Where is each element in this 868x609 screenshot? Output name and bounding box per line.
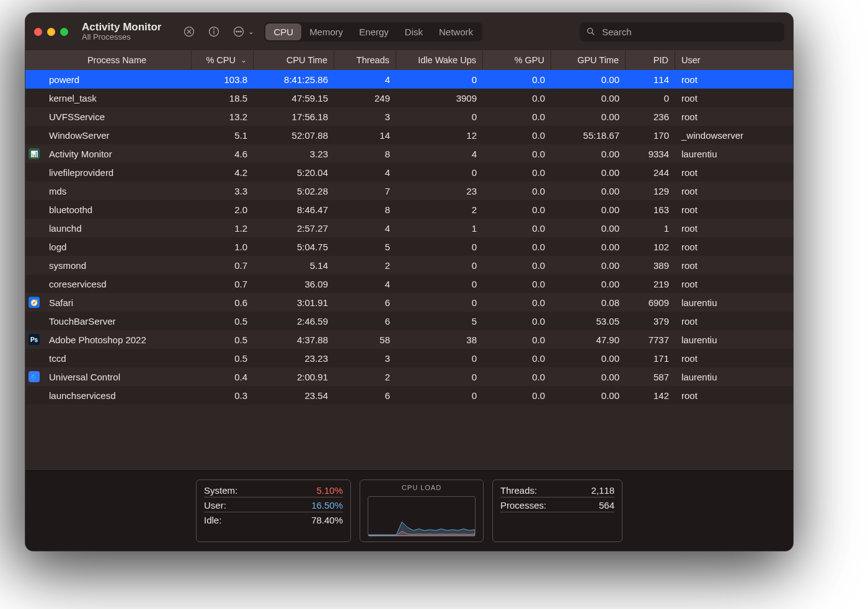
table-row[interactable]: TouchBarServer0.52:46.59650.053.05379roo… [25, 312, 793, 330]
info-button[interactable] [205, 22, 223, 41]
table-row[interactable]: 📊Activity Monitor4.63.23840.00.009334lau… [25, 144, 793, 163]
tab-energy[interactable]: Energy [351, 24, 397, 40]
cell-name: logd [43, 242, 192, 252]
table-row[interactable]: WindowServer5.152:07.8814120.055:18.6717… [25, 126, 793, 144]
cell-gputime: 0.00 [551, 74, 626, 85]
col-header-pid[interactable]: PID [626, 50, 675, 70]
col-header-user[interactable]: User [675, 50, 793, 70]
search-input[interactable] [601, 26, 778, 38]
stop-process-button[interactable] [180, 22, 198, 41]
col-header-threads[interactable]: Threads [334, 50, 396, 70]
cell-wake: 38 [396, 335, 483, 345]
idle-label: Idle: [204, 515, 221, 525]
window-subtitle: All Processes [82, 33, 161, 42]
table-row[interactable]: 🔷Universal Control0.42:00.91200.00.00587… [25, 367, 793, 386]
cell-name: Universal Control [43, 372, 192, 382]
cell-cputime: 3:01.91 [254, 297, 334, 308]
cell-cpu: 13.2 [192, 112, 254, 122]
cell-user: laurentiu [675, 297, 793, 308]
cell-name: livefileproviderd [43, 167, 192, 178]
counts-panel: Threads: 2,118 Processes: 564 .. [492, 480, 622, 542]
app-icon: 🧭 [29, 297, 40, 308]
cell-pid: 389 [626, 260, 675, 271]
cell-threads: 8 [334, 149, 396, 159]
cell-cputime: 23.54 [254, 390, 334, 401]
cell-cpu: 2.0 [192, 204, 254, 215]
cell-cpu: 3.3 [192, 186, 254, 196]
cell-pid: 171 [626, 353, 675, 364]
processes-value: 564 [599, 500, 614, 510]
app-icon-cell: 🔷 [25, 371, 43, 382]
col-header-name[interactable]: Process Name [43, 50, 192, 70]
table-row[interactable]: bluetoothd2.08:46.47820.00.00163root [25, 200, 793, 219]
cell-cpu: 0.5 [192, 335, 254, 345]
cell-cputime: 2:57.27 [254, 223, 334, 234]
table-row[interactable]: livefileproviderd4.25:20.04400.00.00244r… [25, 163, 793, 182]
col-header-wake[interactable]: Idle Wake Ups [396, 50, 483, 70]
cell-gpu: 0.0 [483, 297, 551, 308]
cell-threads: 8 [334, 204, 396, 215]
cell-name: launchd [43, 223, 192, 234]
cell-gputime: 0.00 [551, 112, 626, 122]
table-row[interactable]: powerd103.88:41:25.86400.00.00114root [25, 70, 793, 89]
tab-disk[interactable]: Disk [397, 24, 431, 40]
system-value: 5.10% [316, 485, 343, 496]
cell-threads: 2 [334, 372, 396, 382]
table-row[interactable]: sysmond0.75.14200.00.00389root [25, 256, 793, 274]
more-options-button[interactable] [229, 22, 248, 41]
col-header-cpu[interactable]: % CPU⌄ [192, 50, 254, 70]
cell-gputime: 0.00 [551, 242, 626, 252]
table-row[interactable]: coreservicesd0.736.09400.00.00219root [25, 274, 793, 293]
cell-pid: 163 [626, 204, 675, 215]
cell-gputime: 0.00 [551, 167, 626, 178]
cell-pid: 244 [626, 167, 675, 178]
col-header-gpu[interactable]: % GPU [483, 50, 551, 70]
cell-wake: 5 [396, 316, 483, 326]
activity-monitor-window: Activity Monitor All Processes ⌄ CPUMemo… [25, 12, 794, 551]
cell-wake: 3909 [396, 93, 483, 103]
table-row[interactable]: kernel_task18.547:59.1524939090.00.000ro… [25, 89, 793, 107]
close-button[interactable] [34, 28, 42, 36]
cell-gpu: 0.0 [483, 130, 551, 141]
table-row[interactable]: tccd0.523.23300.00.00171root [25, 349, 793, 367]
cell-gpu: 0.0 [483, 149, 551, 159]
table-row[interactable]: launchd1.22:57.27410.00.001root [25, 219, 793, 237]
cell-user: laurentiu [675, 372, 793, 382]
col-header-gputime[interactable]: GPU Time [551, 50, 626, 70]
zoom-button[interactable] [60, 28, 68, 36]
col-header-cputime[interactable]: CPU Time [254, 50, 334, 70]
cell-cputime: 36.09 [254, 279, 334, 289]
cell-gputime: 0.08 [551, 297, 626, 308]
tab-cpu[interactable]: CPU [265, 24, 301, 40]
cell-user: root [675, 93, 793, 103]
table-row[interactable]: PsAdobe Photoshop 20220.54:37.8858380.04… [25, 330, 793, 349]
minimize-button[interactable] [47, 28, 55, 36]
cell-name: Safari [43, 297, 192, 308]
cell-cpu: 103.8 [192, 74, 254, 85]
table-row[interactable]: 🧭Safari0.63:01.91600.00.086909laurentiu [25, 293, 793, 312]
cell-threads: 4 [334, 279, 396, 289]
svg-point-8 [239, 31, 240, 32]
cell-gputime: 55:18.67 [551, 130, 626, 141]
table-row[interactable]: mds3.35:02.287230.00.00129root [25, 182, 793, 200]
cell-wake: 4 [396, 149, 483, 159]
app-icon-cell: Ps [25, 334, 43, 345]
table-row[interactable]: UVFSService13.217:56.18300.00.00236root [25, 107, 793, 126]
cell-user: root [675, 316, 793, 326]
tab-network[interactable]: Network [431, 24, 481, 40]
cell-gputime: 0.00 [551, 149, 626, 159]
user-label: User: [204, 500, 226, 510]
chevron-down-icon[interactable]: ⌄ [248, 27, 254, 36]
cell-threads: 249 [334, 93, 396, 103]
table-row[interactable]: launchservicesd0.323.54600.00.00142root [25, 386, 793, 405]
cell-cputime: 52:07.88 [254, 130, 334, 141]
table-row[interactable]: logd1.05:04.75500.00.00102root [25, 237, 793, 256]
cell-name: UVFSService [43, 112, 192, 122]
search-field[interactable] [580, 22, 784, 42]
cell-cpu: 0.4 [192, 372, 254, 382]
cell-name: tccd [43, 353, 192, 364]
tab-memory[interactable]: Memory [301, 24, 351, 40]
search-icon [586, 27, 596, 37]
cell-cputime: 2:46.59 [254, 316, 334, 326]
cell-gputime: 0.00 [551, 260, 626, 271]
